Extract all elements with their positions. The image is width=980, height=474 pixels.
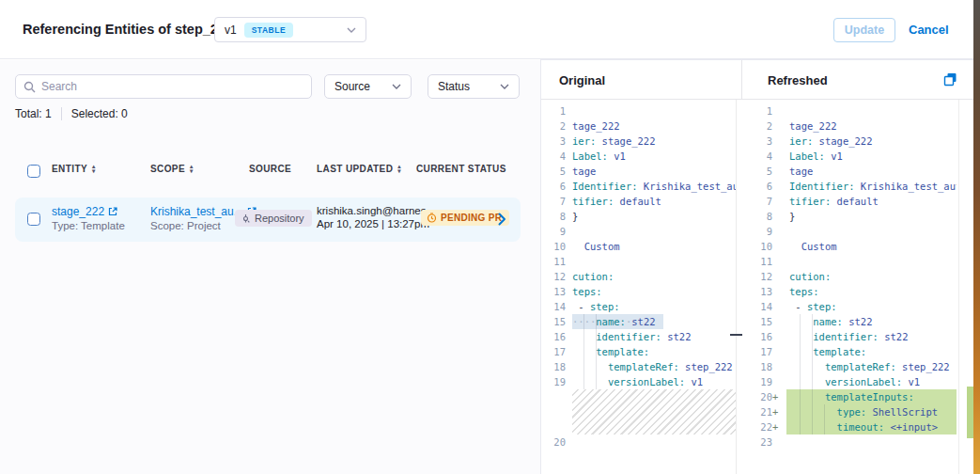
sort-icon[interactable]: ▴▾ [92,165,96,173]
column-scope[interactable]: SCOPE ▴▾ [150,164,194,174]
added-line-marker: + [772,404,780,419]
code-line: 13teps: [541,284,736,299]
expand-row-chevron-icon[interactable] [498,213,506,226]
refreshed-pane-title: Refreshed [768,73,828,87]
scrollbar-track[interactable] [958,100,959,474]
updated-by: krishika.singh@harnes... [317,205,435,216]
line-number: 18 [541,359,566,374]
scope-link[interactable]: Krishika_test_au... [150,205,243,218]
search-box[interactable] [15,74,312,99]
code-line: 5tage [541,164,736,179]
code-line: 7tifier: default [741,194,957,209]
code-line: 11 [741,254,957,269]
updated-at: Apr 10, 2025 | 13:27pm [317,218,435,229]
line-number: 22 [741,419,772,434]
line-number: 2 [541,118,566,134]
line-number: 20 [541,434,566,450]
refreshed-code-pane[interactable]: 12tage_2223ier: stage_2224Label: v15tage… [741,100,957,474]
line-number: 17 [541,344,566,359]
code-line: 6Identifier: Krishika_test_aut [741,179,957,194]
line-number: 15 [741,314,772,329]
total-count: Total: 1 [15,107,52,120]
table-row[interactable]: stage_222 Type: Template Krishika_test_a… [15,198,521,242]
line-number: 14 [541,299,566,314]
added-line-marker [772,149,780,164]
source-badge-label: Repository [255,213,304,224]
referencing-entities-drawer: Referencing Entities of step_222 v1 STAB… [0,0,980,474]
status-filter[interactable]: Status [428,74,520,99]
code-line: 2tage_222 [741,118,957,134]
indent-guide [596,314,597,389]
version-select[interactable]: v1 STABLE [214,17,366,42]
added-line-marker [772,239,780,254]
added-line-marker [772,103,780,118]
code-line: 17 template: [741,344,957,359]
entity-link[interactable]: stage_222 [52,205,104,218]
added-line-marker [772,314,780,329]
code-line: 5tage [741,164,957,179]
code-line: 17 template: [541,344,736,359]
line-number: 4 [541,149,566,164]
sort-icon[interactable]: ▴▾ [190,165,194,173]
code-line: 6Identifier: Krishika_test_aut [541,179,736,194]
code-line: 9 [541,224,736,239]
original-code-pane[interactable]: 12tage_2223ier: stage_2224Label: v15tage… [541,100,737,474]
line-number: 18 [741,359,772,374]
code-line: 4Label: v1 [741,149,957,164]
chevron-down-icon [500,84,509,89]
indent-guide [800,314,801,434]
chevron-down-icon [347,27,356,33]
update-button[interactable]: Update [833,18,895,42]
code-line: 14 - step: [541,299,736,314]
code-line: 2tage_222 [541,118,736,134]
diff-header: Original Refreshed [541,60,973,100]
code-line: 12cution: [741,269,957,284]
added-line-marker [772,164,780,179]
line-number: 21 [741,404,772,419]
line-number: 19 [541,374,566,389]
status-filter-label: Status [438,80,470,93]
code-line: 16 identifier: st22 [741,329,957,344]
line-number: 5 [741,164,772,179]
stable-badge: STABLE [244,23,293,38]
line-number: 9 [541,224,566,239]
entity-type: Type: Template [52,220,125,231]
row-checkbox[interactable] [27,213,40,226]
line-number: 13 [741,284,772,299]
added-line-marker [772,224,780,239]
external-link-icon[interactable] [108,207,117,216]
code-line: 15····name:·st22 [541,314,736,329]
sort-icon[interactable]: ▴▾ [397,165,401,173]
copy-icon[interactable] [943,72,957,87]
code-line: 23 [741,434,957,450]
line-number: 11 [741,254,772,269]
line-number: 16 [741,329,772,344]
column-current-status: CURRENT STATUS [416,164,506,174]
added-line-marker [772,359,780,374]
added-line-marker [772,344,780,359]
code-line: 20 [541,434,736,450]
line-number: 9 [741,224,772,239]
added-line-marker [772,284,780,299]
diff-collapsed-region [572,389,736,434]
line-number: 8 [541,209,566,224]
line-number: 2 [741,118,772,134]
source-filter[interactable]: Source [324,74,412,99]
line-number: 3 [541,134,566,149]
select-all-checkbox[interactable] [27,165,40,178]
column-last-updated[interactable]: LAST UPDATED ▴▾ [317,164,401,174]
last-updated-cell: krishika.singh@harnes... Apr 10, 2025 | … [317,205,435,229]
code-line: 16 identifier: st22 [541,329,736,344]
column-entity[interactable]: ENTITY ▴▾ [52,164,96,174]
line-number: 12 [541,269,566,284]
added-line-marker [772,374,780,389]
added-line-marker [772,194,780,209]
line-number: 14 [741,299,772,314]
search-input[interactable] [41,80,303,93]
added-line-marker [772,299,780,314]
line-number: 19 [741,374,772,389]
cancel-button[interactable]: Cancel [909,23,949,37]
code-line: 19 versionLabel: v1 [741,374,957,389]
indent-guide [583,314,584,389]
line-number: 23 [741,434,772,450]
